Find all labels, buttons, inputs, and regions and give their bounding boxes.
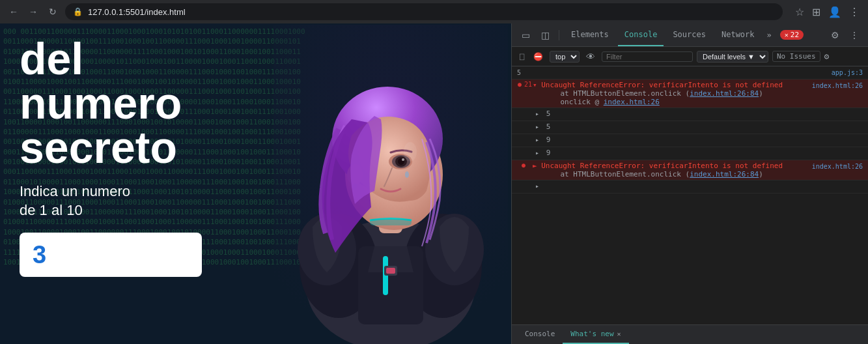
reload-button[interactable]: ↻ [46, 5, 60, 19]
expand-icon-5[interactable]: ▸ [535, 182, 539, 190]
extension-icon[interactable]: ⊞ [810, 4, 822, 20]
eye-icon[interactable]: 👁 [583, 50, 598, 63]
webpage: 000 001100110000011100001100010001000101… [0, 23, 511, 344]
console-line-lt9: ▸ 9 [512, 147, 868, 160]
error-source-2[interactable]: index.html:26 [812, 162, 863, 170]
bottom-tab-console[interactable]: Console [517, 325, 563, 344]
close-tab-icon[interactable]: ✕ [617, 330, 621, 337]
bottom-tab-whats-new[interactable]: What's new ✕ [563, 325, 628, 344]
line-number-5: 5 [517, 68, 535, 76]
devtools-bottom-tabs: Console What's new ✕ [512, 324, 868, 344]
svg-point-23 [405, 171, 409, 178]
error-link-index[interactable]: index.html:26 [604, 98, 660, 106]
devtools-more-options-icon[interactable]: ⋮ [846, 27, 863, 44]
no-issues-badge: No Issues [772, 51, 820, 62]
error-link-detail-1[interactable]: index.html:26:84 [690, 89, 759, 98]
devtools-inspect-icon[interactable]: ▭ [517, 27, 534, 44]
console-error-line-2: ● ► Uncaught ReferenceError: verificarIn… [512, 160, 868, 180]
console-filter-input[interactable] [602, 51, 693, 62]
error-collapse-arrow[interactable]: ▾ [533, 81, 537, 89]
error-expand-arrow-2[interactable]: ► [533, 162, 537, 170]
svg-point-22 [404, 142, 417, 162]
expand-icon-1[interactable]: ▸ [535, 110, 539, 117]
console-line-gt5-1: ▸ 5 [512, 108, 868, 121]
error-count-badge: ✕ 22 [780, 30, 804, 40]
expand-icon-2[interactable]: ▸ [535, 123, 539, 130]
input-value: 3 [33, 241, 46, 269]
forward-button[interactable]: → [26, 5, 40, 19]
address-bar[interactable]: 🔒 127.0.0.1:5501/index.html [65, 3, 783, 20]
console-line-expand-last: ▸ [512, 180, 868, 194]
error-icon-1: ● [518, 81, 522, 88]
error-x-icon: ✕ [785, 31, 789, 38]
error-link-2[interactable]: index.html:26:84 [690, 170, 759, 179]
clear-console-icon[interactable]: ⎕ [517, 51, 527, 63]
tab-network[interactable]: Network [715, 23, 761, 46]
error-onclick-line: onclick @ index.html:26 [533, 98, 660, 106]
browser-chrome: ← → ↻ 🔒 127.0.0.1:5501/index.html ☆ ⊞ 👤 … [0, 0, 868, 23]
console-settings-icon[interactable]: ⚙ [824, 51, 830, 61]
devtools-settings-icon[interactable]: ⚙ [826, 27, 843, 44]
console-output: 5 app.js:3 ● 21 ▾ Uncaught ReferenceErro… [512, 66, 868, 324]
svg-rect-19 [370, 219, 412, 225]
block-icon[interactable]: ⛔ [531, 51, 546, 63]
lock-icon: 🔒 [73, 7, 83, 16]
svg-rect-21 [386, 268, 395, 274]
url-text: 127.0.0.1:5501/index.html [88, 7, 186, 17]
main-area: 000 001100110000011100001100010001000101… [0, 23, 868, 344]
console-toolbar: ⎕ ⛔ top 👁 Default levels ▼ No Issues ⚙ [512, 47, 868, 66]
devtools-panel: ▭ ◫ Elements Console Sources Network » ✕… [511, 23, 868, 344]
menu-icon[interactable]: ⋮ [847, 4, 861, 20]
line-source-appjs[interactable]: app.js:3 [832, 68, 863, 76]
error-detail-2-line: at HTMLButtonElement.onclick (index.html… [533, 170, 763, 179]
console-line-5: 5 app.js:3 [512, 66, 868, 79]
svg-point-16 [402, 158, 404, 161]
tab-elements[interactable]: Elements [565, 23, 615, 46]
tab-console[interactable]: Console [618, 23, 664, 46]
profile-icon[interactable]: 👤 [826, 4, 843, 20]
toolbar-divider [559, 30, 559, 40]
devtools-device-icon[interactable]: ◫ [537, 27, 553, 44]
error-icon-2: ● [522, 162, 525, 169]
back-button[interactable]: ← [7, 5, 21, 19]
devtools-toolbar: ▭ ◫ Elements Console Sources Network » ✕… [512, 23, 868, 47]
character-image [270, 23, 511, 344]
context-selector[interactable]: top [550, 51, 580, 63]
console-line-gt9: ▸ 9 [512, 134, 868, 147]
default-levels-selector[interactable]: Default levels ▼ [697, 51, 768, 63]
number-input-box[interactable]: 3 [20, 233, 202, 277]
tab-sources[interactable]: Sources [666, 23, 712, 46]
more-tabs-icon[interactable]: » [764, 31, 775, 40]
star-icon[interactable]: ☆ [793, 4, 806, 20]
error-source-1[interactable]: index.html:26 [812, 81, 863, 89]
console-line-lt5: ▸ 5 [512, 121, 868, 134]
error-count-21: 21 [524, 81, 532, 88]
character-svg [273, 25, 508, 344]
browser-actions: ☆ ⊞ 👤 ⋮ [793, 4, 861, 20]
expand-icon-4[interactable]: ▸ [535, 149, 539, 156]
error-detail-1: at HTMLButtonElement.onclick (index.html… [533, 89, 763, 98]
expand-icon-3[interactable]: ▸ [535, 136, 539, 143]
console-error-line-1: ● 21 ▾ Uncaught ReferenceError: verifica… [512, 79, 868, 108]
